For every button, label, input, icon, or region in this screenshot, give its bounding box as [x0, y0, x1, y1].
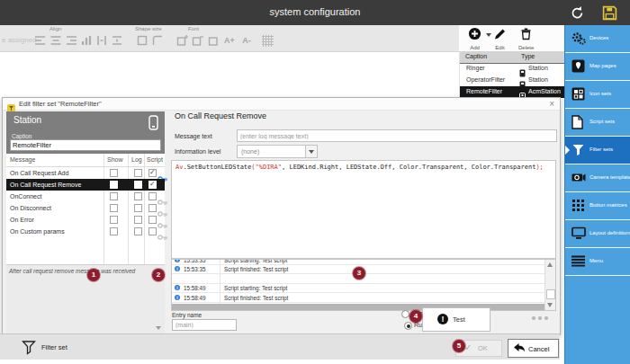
distribute-vertical-icon[interactable] — [111, 34, 123, 47]
log-checkbox[interactable] — [134, 181, 142, 189]
align-right-icon[interactable] — [65, 34, 77, 47]
size-increase-icon[interactable] — [176, 34, 189, 47]
font-increase-button[interactable]: A+ — [222, 36, 237, 45]
show-checkbox[interactable] — [110, 216, 118, 224]
size-decrease-icon[interactable] — [192, 34, 204, 47]
edit-pencil-icon — [493, 27, 507, 40]
script-code-line: Av.SetButtonLEDState("%DIRA", LEDKind.Ri… — [176, 164, 544, 171]
script-checkbox[interactable] — [148, 181, 157, 189]
script-checkbox[interactable] — [148, 227, 157, 235]
show-checkbox[interactable] — [110, 192, 118, 200]
script-checkbox[interactable] — [148, 216, 157, 224]
message-row-on-error[interactable]: On Error — [6, 214, 165, 226]
log-checkbox[interactable] — [134, 216, 142, 224]
edit-button[interactable]: Edit — [493, 27, 507, 50]
sidebar-item-button-matrices[interactable]: Button matrices — [565, 192, 630, 220]
close-icon[interactable]: × — [549, 98, 554, 110]
message-row-onconnect[interactable]: OnConnect — [6, 191, 165, 202]
chevron-down-icon[interactable] — [305, 146, 317, 157]
list-actions-panel: Add Edit Delete — [459, 25, 564, 51]
corner-radius-icon[interactable] — [151, 34, 164, 47]
log-checkbox[interactable] — [134, 227, 142, 235]
exclamation-icon: ! — [437, 314, 448, 324]
compile-only-radio[interactable] — [401, 310, 410, 318]
scroll-down-icon[interactable] — [156, 326, 161, 330]
align-center-icon[interactable] — [50, 34, 62, 47]
camera-icon — [572, 171, 586, 185]
funnel-icon — [22, 340, 36, 359]
script-checkbox[interactable] — [148, 192, 157, 200]
sidebar-item-map-pages[interactable]: Map pages — [565, 53, 630, 81]
show-checkbox[interactable] — [110, 169, 118, 177]
sidebar-item-layout-definitions[interactable]: Layout definitions — [565, 220, 630, 248]
info-icon: i — [175, 285, 180, 290]
cancel-button[interactable]: Cancel — [508, 339, 559, 358]
sidebar-item-devices[interactable]: Devices — [565, 25, 630, 53]
save-button[interactable] — [602, 5, 617, 21]
edit-filter-set-dialog: Edit filter set "RemoteFilter" × Station… — [2, 97, 561, 335]
annotation-badge-5: 5 — [453, 340, 465, 352]
message-table: Message Show Log Script On Call Request … — [6, 154, 165, 264]
show-checkbox[interactable] — [110, 204, 118, 212]
show-checkbox[interactable] — [110, 227, 118, 235]
message-text-label: Message text — [175, 133, 212, 139]
show-checkbox[interactable] — [110, 181, 118, 189]
message-row-on-disconnect[interactable]: On Disconnect — [6, 202, 165, 214]
shape-outline-icon[interactable] — [136, 34, 148, 47]
message-row-call-request-add[interactable]: On Call Request Add — [6, 167, 165, 179]
gears-icon — [572, 31, 586, 46]
add-dropdown-caret[interactable] — [486, 33, 491, 37]
statusbar-label: Filter set — [41, 343, 68, 351]
log-scrollbar[interactable] — [544, 260, 555, 310]
log-checkbox[interactable] — [134, 169, 142, 177]
log-checkbox[interactable] — [134, 192, 142, 200]
script-checkbox[interactable] — [148, 169, 157, 177]
sidebar-item-script-sets[interactable]: Script sets — [565, 109, 630, 137]
caption-label: Caption — [12, 133, 32, 139]
info-icon: i — [175, 266, 180, 271]
map-icon — [572, 59, 586, 74]
distribute-horizontal-icon[interactable] — [95, 34, 108, 47]
delete-button[interactable]: Delete — [518, 27, 534, 50]
font-group-label: Font — [188, 26, 199, 31]
sidebar-item-menu[interactable]: Menu — [565, 248, 630, 276]
filter-row-operatorfilter[interactable]: OperatorFilter Station — [460, 75, 565, 86]
add-icon — [468, 27, 482, 40]
dialog-titlebar[interactable]: Edit filter set "RemoteFilter" × — [3, 98, 560, 111]
grid-icon[interactable] — [262, 35, 274, 47]
message-text-input[interactable] — [237, 129, 557, 142]
filter-row-ringer[interactable]: Ringer Station — [460, 63, 565, 75]
window-titlebar: system configuration — [0, 0, 630, 25]
detail-header: On Call Request Remove — [175, 111, 266, 120]
scroll-down-icon[interactable] — [547, 303, 553, 307]
caption-input[interactable] — [10, 139, 161, 151]
script-checkbox[interactable] — [148, 204, 157, 212]
sidebar-item-filter-sets[interactable]: Filter sets — [565, 137, 630, 164]
font-decrease-button[interactable]: A- — [239, 36, 254, 45]
save-floppy-icon — [602, 5, 617, 21]
entry-name-input[interactable] — [172, 319, 237, 331]
align-left-icon[interactable] — [34, 34, 47, 47]
test-button[interactable]: ! Test — [422, 307, 490, 332]
align-bottom-bars-icon[interactable] — [80, 34, 93, 47]
run-radio[interactable] — [404, 322, 412, 330]
information-level-value: (none) — [241, 148, 259, 155]
size-match-icon[interactable] — [207, 34, 220, 47]
add-button[interactable]: Add — [468, 27, 482, 50]
undo-button[interactable] — [570, 5, 585, 21]
scrollbar-thumb[interactable] — [546, 289, 555, 299]
icon-grid-icon — [572, 87, 586, 102]
sidebar-item-camera-templates[interactable]: Camera templates — [565, 164, 630, 192]
script-code-editor[interactable]: Av.SetButtonLEDState("%DIRA", LEDKind.Ri… — [171, 160, 556, 259]
script-log-panel: i 15:53:35 Script starting: Test script … — [171, 259, 556, 311]
log-checkbox[interactable] — [134, 204, 142, 212]
message-row-call-request-remove[interactable]: On Call Request Remove — [6, 179, 165, 191]
sidebar-item-icon-sets[interactable]: Icon sets — [565, 81, 630, 109]
message-table-header: Message Show Log Script — [6, 154, 165, 167]
statusbar: Filter set ✓ OK Cancel — [0, 333, 560, 360]
scroll-up-icon[interactable] — [547, 262, 553, 267]
align-group-label: Align — [50, 26, 61, 31]
format-toolbar: e assigned Align Shape size Font A+ A- — [0, 25, 459, 52]
message-row-on-custom-params[interactable]: On Custom params — [6, 226, 165, 237]
information-level-select[interactable]: (none) — [237, 145, 318, 158]
